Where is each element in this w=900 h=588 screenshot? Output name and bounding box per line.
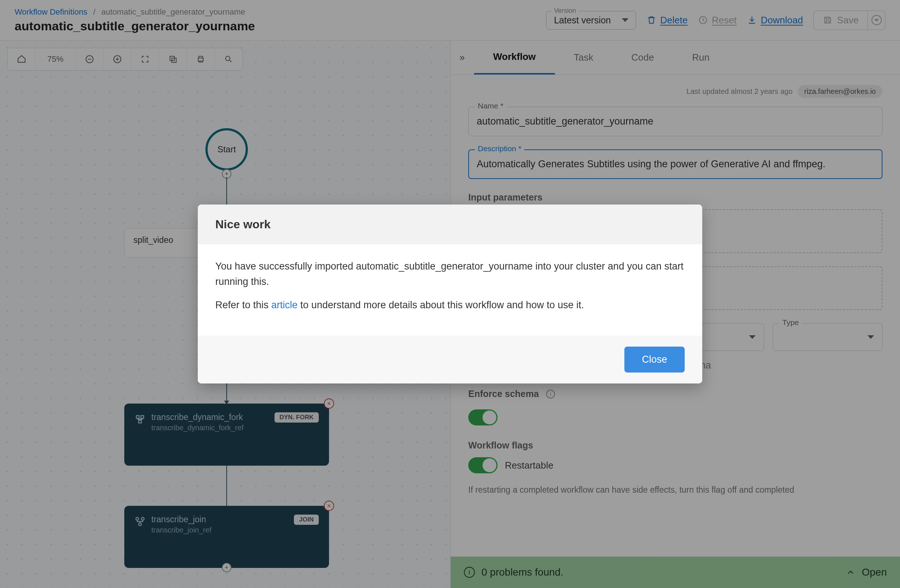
modal-overlay[interactable]: Nice work You have successfully imported… (0, 0, 900, 588)
modal-message-1: You have successfully imported automatic… (215, 259, 685, 289)
modal-title: Nice work (198, 204, 702, 244)
close-button[interactable]: Close (624, 347, 685, 373)
modal-message-2: Refer to this article to understand more… (215, 298, 685, 313)
article-link[interactable]: article (271, 299, 298, 310)
success-modal: Nice work You have successfully imported… (198, 204, 702, 384)
